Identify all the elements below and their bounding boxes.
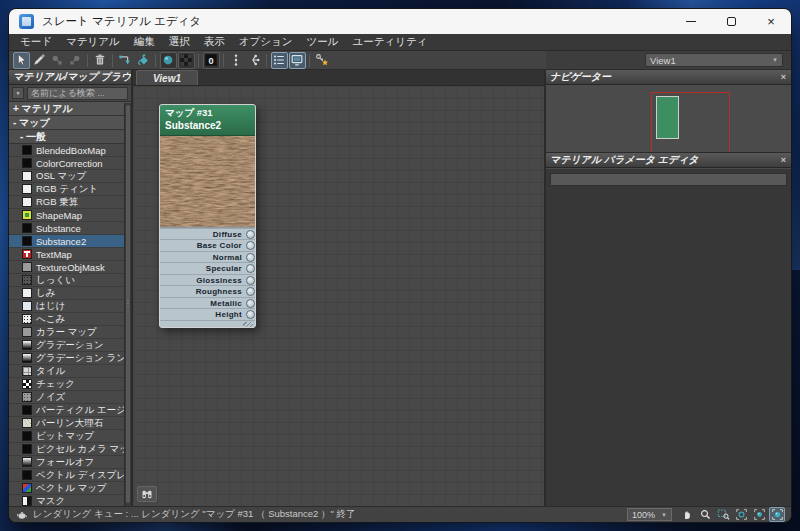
menu-item-4[interactable]: 表示 — [197, 33, 232, 51]
browser-item-23[interactable]: ピクセル カメラ マップ — [9, 443, 124, 456]
browser-item-11[interactable]: しみ — [9, 287, 124, 300]
find-node-button[interactable] — [137, 486, 157, 502]
layout-all-vertical-button[interactable] — [228, 52, 245, 69]
search-input[interactable] — [27, 87, 128, 100]
zoom-extents-button[interactable] — [733, 507, 749, 522]
browser-item-0[interactable]: BlendedBoxMap — [9, 144, 124, 157]
browser-item-18[interactable]: チェック — [9, 378, 124, 391]
pick-material-from-object-button[interactable] — [31, 52, 48, 69]
navigator-close-icon[interactable]: × — [780, 72, 787, 82]
node-graph-canvas[interactable]: マップ #31 Substance2 Diffus — [133, 86, 544, 506]
delete-selected-button[interactable] — [92, 52, 109, 69]
move-children-button[interactable] — [117, 52, 134, 69]
menu-item-1[interactable]: マテリアル — [59, 33, 127, 51]
menu-item-5[interactable]: オプション — [232, 33, 300, 51]
show-standard-map-in-viewport-button[interactable]: 0 — [203, 52, 220, 69]
browser-item-19[interactable]: ノイズ — [9, 391, 124, 404]
desktop: { "icons": { "close_glyph": "×", "dropdo… — [0, 0, 800, 531]
browser-item-4[interactable]: RGB 乗算 — [9, 196, 124, 209]
browser-item-14[interactable]: カラー マップ — [9, 326, 124, 339]
browser-item-1[interactable]: ColorCorrection — [9, 157, 124, 170]
output-connector[interactable] — [246, 276, 255, 285]
close-button[interactable]: × — [751, 9, 791, 34]
browser-item-2[interactable]: OSL マップ — [9, 170, 124, 183]
layout-children-icon — [247, 53, 261, 67]
browser-item-7[interactable]: Substance2 — [9, 235, 124, 248]
zoom-level-value: 100% — [632, 510, 655, 520]
browser-group-materials[interactable]: + マテリアル — [9, 102, 131, 116]
browser-scrollbar-thumb[interactable] — [126, 105, 130, 503]
show-background-button[interactable] — [178, 52, 195, 69]
output-connector[interactable] — [246, 287, 255, 296]
parameter-editor-toggle-button[interactable] — [289, 52, 306, 69]
browser-item-8[interactable]: TextMap — [9, 248, 124, 261]
output-connector[interactable] — [246, 299, 255, 308]
browser-item-26[interactable]: ベクトル マップ — [9, 482, 124, 495]
menu-item-0[interactable]: モード — [13, 33, 59, 51]
browser-item-24[interactable]: フォールオフ — [9, 456, 124, 469]
menu-item-3[interactable]: 選択 — [162, 33, 197, 51]
view-selector-dropdown[interactable]: View1 ▼ — [645, 53, 783, 67]
browser-item-10[interactable]: しっくい — [9, 274, 124, 287]
browser-item-label: カラー マップ — [36, 326, 97, 339]
browser-item-12[interactable]: はじけ — [9, 300, 124, 313]
render-status-message: レンダリング キュー : ... レンダリング "マップ #31 （ Subst… — [33, 508, 356, 521]
browser-item-15[interactable]: グラデーション — [9, 339, 124, 352]
browser-group-general[interactable]: - 一般 — [9, 130, 131, 144]
select-tool-button[interactable] — [13, 52, 30, 69]
browser-item-5[interactable]: ShapeMap — [9, 209, 124, 222]
output-connector[interactable] — [246, 230, 255, 239]
browser-item-9[interactable]: TextureObjMask — [9, 261, 124, 274]
node-header[interactable]: マップ #31 Substance2 — [160, 105, 255, 136]
zoom-level-dropdown[interactable]: 100% ▼ — [627, 508, 672, 521]
menu-item-6[interactable]: ツール — [299, 33, 345, 51]
browser-item-17[interactable]: タイル — [9, 365, 124, 378]
browser-panel-header[interactable]: マテリアル/マップ ブラウザ × — [9, 70, 131, 85]
zoom-extents-all-button[interactable] — [769, 507, 785, 522]
pan-tool-button[interactable] — [679, 507, 695, 522]
maximize-button[interactable] — [711, 9, 751, 34]
browser-item-label: しみ — [36, 287, 55, 300]
browser-scrollbar[interactable] — [124, 103, 131, 506]
browser-item-label: フォールオフ — [36, 456, 94, 469]
hide-unused-nodeslots-button[interactable] — [135, 52, 152, 69]
zoom-tool-button[interactable] — [697, 507, 713, 522]
search-filter-button[interactable]: ▼ — [12, 87, 24, 99]
browser-item-13[interactable]: へこみ — [9, 313, 124, 326]
browser-item-16[interactable]: グラデーション ランプ — [9, 352, 124, 365]
menu-item-7[interactable]: ユーティリティ — [345, 33, 434, 51]
param-editor-close-icon[interactable]: × — [780, 155, 787, 165]
browser-item-20[interactable]: パーティクル エージ — [9, 404, 124, 417]
view-navigation-controls: 100% ▼ — [627, 507, 785, 522]
minimize-button[interactable] — [671, 9, 711, 34]
browser-item-6[interactable]: Substance — [9, 222, 124, 235]
browser-item-3[interactable]: RGB ティント — [9, 183, 124, 196]
navigator-node-thumbnail[interactable] — [656, 96, 679, 139]
navigator-content[interactable] — [546, 85, 791, 153]
output-connector[interactable] — [246, 310, 255, 319]
substance2-map-node[interactable]: マップ #31 Substance2 Diffus — [159, 104, 256, 328]
select-by-material-button[interactable] — [314, 52, 331, 69]
output-connector[interactable] — [246, 241, 255, 250]
checker-swatch-icon — [22, 379, 32, 389]
title-bar[interactable]: スレート マテリアル エディタ × — [9, 9, 791, 34]
browser-item-21[interactable]: パーリン大理石 — [9, 417, 124, 430]
browser-panel-title: マテリアル/マップ ブラウザ — [13, 70, 131, 84]
browser-item-27[interactable]: マスク — [9, 495, 124, 506]
zoom-extents-selected-button[interactable] — [751, 507, 767, 522]
param-editor-panel-header[interactable]: マテリアル パラメータ エディタ × — [546, 153, 791, 168]
show-shaded-material-in-viewport-button[interactable] — [160, 52, 177, 69]
node-output-slot: Base Color — [160, 239, 255, 251]
browser-item-25[interactable]: ベクトル ディスプレイ ... — [9, 469, 124, 482]
tab-view1[interactable]: View1 — [136, 70, 198, 85]
browser-item-22[interactable]: ビットマップ — [9, 430, 124, 443]
browser-group-maps[interactable]: - マップ — [9, 116, 131, 130]
output-connector[interactable] — [246, 253, 255, 262]
node-resize-grip[interactable] — [160, 320, 255, 327]
layout-children-button[interactable] — [246, 52, 263, 69]
navigator-panel-header[interactable]: ナビゲーター × — [546, 70, 791, 85]
material-map-browser-toggle-button[interactable] — [271, 52, 288, 69]
output-connector[interactable] — [246, 264, 255, 273]
zoom-region-button[interactable] — [715, 507, 731, 522]
menu-item-2[interactable]: 編集 — [127, 33, 162, 51]
